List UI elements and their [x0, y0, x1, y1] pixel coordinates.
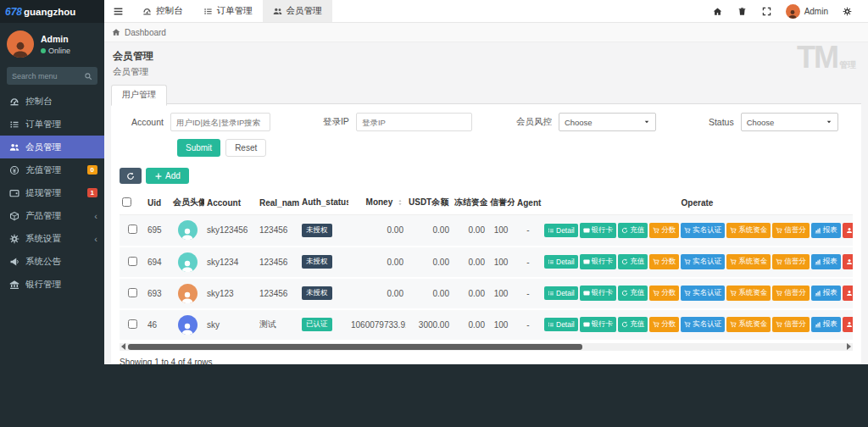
row-checkbox[interactable]	[128, 225, 137, 234]
risk-select[interactable]: Choose	[559, 113, 656, 131]
op-system-funds-button[interactable]: 系统资金	[726, 254, 771, 269]
avatar	[786, 4, 800, 19]
list-icon	[548, 290, 554, 297]
cell-agent: -	[515, 215, 542, 247]
reset-button[interactable]: Reset	[225, 139, 266, 157]
op-credit-score-button[interactable]: 信誉分	[772, 286, 810, 301]
op-blacklist-button[interactable]: 设置黑名单	[843, 223, 853, 238]
op-bankcard-button[interactable]: 银行卡	[580, 317, 617, 332]
row-checkbox[interactable]	[128, 319, 137, 329]
op-system-funds-button[interactable]: 系统资金	[726, 286, 771, 301]
op-report-button[interactable]: 报表	[811, 317, 841, 332]
sidebar-item-products[interactable]: 产品管理‹	[0, 204, 104, 227]
op-credit-score-button[interactable]: 信誉分	[772, 317, 810, 332]
op-blacklist-button[interactable]: 设置黑名单	[843, 317, 853, 332]
op-recharge-button[interactable]: 充值	[618, 317, 648, 332]
op-detail-button[interactable]: Detail	[544, 318, 578, 331]
tab-console[interactable]: 控制台	[132, 0, 193, 22]
horizontal-scrollbar[interactable]	[120, 343, 853, 351]
sidebar-item-announcements[interactable]: 系统公告	[0, 250, 104, 273]
account-input[interactable]	[170, 113, 270, 131]
sidebar-item-console[interactable]: 控制台	[0, 90, 104, 113]
cell-usdt-balance: 3000.00	[406, 309, 452, 341]
sidebar-item-members[interactable]: 会员管理	[0, 136, 104, 158]
fullscreen-icon[interactable]	[754, 0, 779, 22]
row-checkbox[interactable]	[128, 257, 137, 266]
op-score-button[interactable]: 分数	[649, 286, 679, 301]
app-root: 678 guangzhou Admin Online 控制台订单管理会员管理充值…	[0, 0, 868, 427]
column-header-money[interactable]: Money	[348, 191, 406, 215]
login-ip-input[interactable]	[356, 113, 472, 131]
column-header-account: Account	[204, 191, 257, 215]
op-blacklist-button[interactable]: 设置黑名单	[843, 286, 853, 301]
auth-status-badge: 未授权	[302, 224, 332, 237]
navbar-user[interactable]: Admin	[779, 4, 835, 19]
tab-user-management[interactable]: 用户管理	[111, 85, 167, 106]
scroll-right-arrow-icon[interactable]	[847, 343, 851, 350]
page-subtitle: 会员管理	[113, 66, 861, 78]
op-detail-button[interactable]: Detail	[544, 255, 578, 269]
select-all-checkbox[interactable]	[122, 197, 131, 207]
scroll-left-arrow-icon[interactable]	[121, 343, 125, 350]
sidebar-search-input[interactable]	[12, 72, 84, 80]
sidebar-item-settings[interactable]: 系统设置‹	[0, 227, 104, 250]
cell-uid: 694	[145, 247, 170, 278]
gear-icon[interactable]	[835, 0, 860, 22]
cart-icon	[684, 321, 691, 328]
table-row: 693sky123123456未授权0.000.000.00100-Detail…	[120, 278, 853, 309]
sidebar-item-withdraw[interactable]: 提现管理1	[0, 181, 104, 204]
tab-members[interactable]: 会员管理	[263, 0, 332, 22]
op-bankcard-button[interactable]: 银行卡	[580, 254, 617, 269]
op-bankcard-button[interactable]: 银行卡	[580, 286, 617, 301]
op-score-button[interactable]: 分数	[649, 317, 679, 332]
op-recharge-button[interactable]: 充值	[618, 223, 648, 238]
status-select[interactable]: Choose	[741, 113, 838, 131]
op-credit-score-button[interactable]: 信誉分	[772, 223, 810, 238]
op-score-button[interactable]: 分数	[649, 254, 679, 269]
megaphone-icon	[9, 257, 19, 267]
op-credit-score-button[interactable]: 信誉分	[772, 254, 810, 269]
sidebar-item-banks[interactable]: 银行管理	[0, 273, 104, 296]
home-icon[interactable]	[705, 0, 730, 22]
op-report-button[interactable]: 报表	[811, 286, 841, 301]
op-realname-auth-button[interactable]: 实名认证	[681, 223, 725, 238]
op-blacklist-button[interactable]: 设置黑名单	[843, 254, 853, 269]
trash-icon[interactable]	[730, 0, 754, 22]
op-report-button[interactable]: 报表	[811, 254, 841, 269]
tab-orders[interactable]: 订单管理	[193, 0, 263, 22]
avatar	[7, 30, 34, 58]
op-recharge-button[interactable]: 充值	[618, 286, 648, 301]
submit-button[interactable]: Submit	[177, 139, 220, 157]
menu-toggle-icon[interactable]	[104, 0, 132, 22]
sidebar-search	[7, 67, 97, 85]
op-recharge-button[interactable]: 充值	[618, 254, 648, 269]
refresh-button[interactable]	[120, 168, 142, 184]
scrollbar-thumb[interactable]	[128, 344, 582, 350]
cell-account: sky123	[204, 278, 257, 309]
op-system-funds-button[interactable]: 系统资金	[726, 223, 771, 238]
cell-agent: -	[515, 309, 542, 341]
chart-icon	[815, 321, 821, 328]
sidebar-item-orders[interactable]: 订单管理	[0, 113, 104, 136]
column-header-auth_status[interactable]: Auth_status	[299, 191, 348, 215]
column-header-usdt_balance[interactable]: USDT余额	[406, 191, 452, 215]
search-icon[interactable]	[84, 72, 92, 80]
logo[interactable]: 678 guangzhou	[0, 0, 104, 23]
sidebar-item-recharge[interactable]: 充值管理0	[0, 158, 104, 181]
op-system-funds-button[interactable]: 系统资金	[726, 317, 771, 332]
op-report-button[interactable]: 报表	[811, 223, 841, 238]
op-detail-button[interactable]: Detail	[544, 286, 578, 300]
row-checkbox[interactable]	[128, 288, 137, 297]
list-icon	[548, 227, 554, 234]
op-realname-auth-button[interactable]: 实名认证	[681, 286, 725, 301]
add-button[interactable]: Add	[146, 168, 189, 184]
breadcrumb[interactable]: Dashboard	[104, 23, 868, 42]
sort-icon[interactable]	[397, 198, 403, 208]
op-realname-auth-button[interactable]: 实名认证	[681, 254, 725, 269]
cell-frozen-funds: 0.00	[452, 247, 487, 278]
op-score-button[interactable]: 分数	[649, 223, 679, 238]
op-bankcard-button[interactable]: 银行卡	[580, 223, 617, 238]
cell-uid: 693	[145, 278, 170, 309]
op-realname-auth-button[interactable]: 实名认证	[681, 317, 725, 332]
op-detail-button[interactable]: Detail	[544, 224, 578, 237]
